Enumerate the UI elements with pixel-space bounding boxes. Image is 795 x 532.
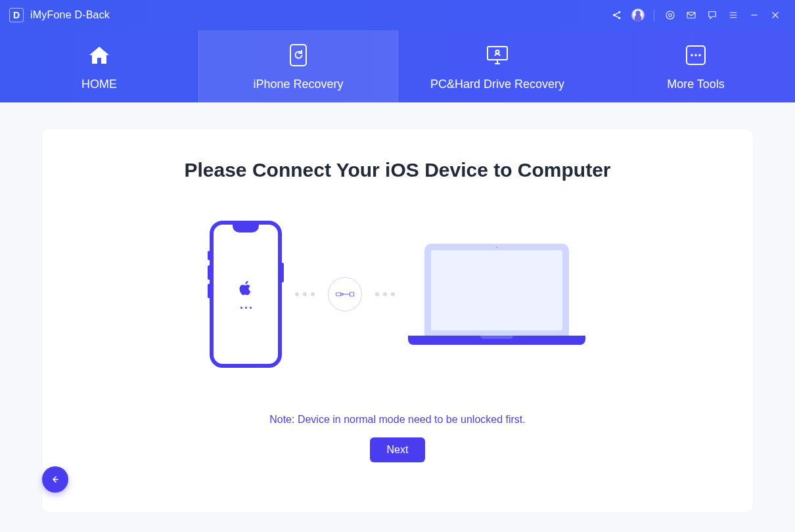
apple-icon [239,280,252,300]
nav-pc-recovery[interactable]: PC&Hard Drive Recovery [398,30,597,102]
connect-illustration [210,221,585,368]
page-headline: Please Connect Your iOS Device to Comput… [184,159,610,181]
svg-rect-16 [341,294,343,295]
svg-rect-8 [290,45,306,66]
main-nav: HOME iPhone Recovery PC&Hard Drive Recov… [0,30,795,102]
connect-card: Please Connect Your iOS Device to Comput… [42,129,753,512]
nav-label: iPhone Recovery [253,78,343,91]
nav-iphone-recovery[interactable]: iPhone Recovery [198,30,398,102]
account-icon[interactable] [627,5,648,26]
home-icon [86,42,112,68]
content-area: Please Connect Your iOS Device to Comput… [0,102,795,532]
svg-point-10 [496,50,499,53]
cable-icon [328,277,362,311]
settings-icon[interactable] [660,5,681,26]
back-button[interactable] [42,466,68,493]
svg-point-6 [669,14,672,17]
nav-label: More Tools [667,78,725,91]
menu-icon[interactable] [723,5,744,26]
next-button[interactable]: Next [370,437,426,462]
svg-rect-4 [614,14,619,18]
svg-rect-17 [350,292,354,296]
svg-point-12 [691,54,693,56]
nav-more-tools[interactable]: More Tools [597,30,795,102]
app-title: iMyFone D-Back [30,9,110,21]
svg-point-5 [666,11,674,19]
monitor-recover-icon [484,42,511,68]
share-icon[interactable] [606,5,627,26]
mail-icon[interactable] [681,5,702,26]
nav-label: HOME [81,78,117,91]
app-logo: D [9,8,24,22]
svg-rect-15 [336,293,342,296]
svg-rect-7 [687,12,695,18]
iphone-graphic [210,221,282,368]
minimize-button[interactable] [744,5,765,26]
unlock-note: Note: Device in normal mode need to be u… [269,414,526,426]
connection-dots-right [375,292,395,296]
nav-label: PC&Hard Drive Recovery [430,78,564,91]
more-icon [683,42,709,68]
laptop-graphic [408,244,585,345]
feedback-icon[interactable] [702,5,723,26]
phone-refresh-icon [285,42,311,68]
svg-point-13 [694,54,697,56]
connection-dots-left [295,292,315,296]
close-button[interactable] [765,5,786,26]
titlebar-divider [654,9,654,21]
svg-point-14 [698,54,701,56]
titlebar: D iMyFone D-Back [0,0,795,30]
nav-home[interactable]: HOME [0,30,198,102]
